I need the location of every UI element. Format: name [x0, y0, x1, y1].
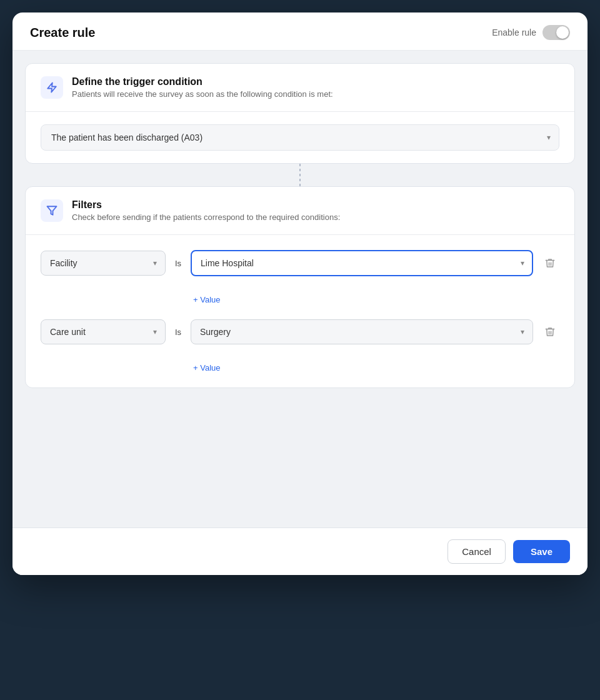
- care-unit-field-select[interactable]: Care unit Facility Department: [41, 319, 166, 344]
- save-button[interactable]: Save: [513, 540, 570, 563]
- filter-rows-container: Facility Care unit Department ▾ Is Lime …: [26, 235, 574, 388]
- trigger-icon-container: [41, 76, 63, 99]
- facility-value-wrapper: Lime Hospital City Medical Center Genera…: [191, 250, 533, 276]
- facility-value-select[interactable]: Lime Hospital City Medical Center Genera…: [191, 250, 533, 276]
- enable-rule-toggle[interactable]: [542, 25, 570, 40]
- facility-operator-label: Is: [173, 259, 183, 268]
- lightning-icon: [46, 82, 58, 93]
- connector-line-1: [12, 164, 588, 186]
- modal-body: Define the trigger condition Patients wi…: [12, 51, 588, 528]
- svg-marker-0: [48, 83, 56, 92]
- filters-section-header: Filters Check before sending if the pati…: [26, 187, 574, 235]
- cancel-button[interactable]: Cancel: [448, 539, 506, 564]
- trigger-section-content: The patient has been discharged (A03) Th…: [26, 112, 574, 163]
- filter-icon: [46, 205, 58, 216]
- filters-section-text: Filters Check before sending if the pati…: [72, 199, 340, 222]
- trash-icon-2: [544, 326, 556, 338]
- svg-marker-1: [48, 206, 57, 215]
- filters-section-card: Filters Check before sending if the pati…: [25, 186, 575, 388]
- trigger-section-header: Define the trigger condition Patients wi…: [26, 64, 574, 112]
- filter-icon-container: [41, 199, 63, 222]
- modal-header: Create rule Enable rule: [12, 12, 588, 51]
- facility-field-select[interactable]: Facility Care unit Department: [41, 251, 166, 276]
- care-unit-delete-button[interactable]: [541, 322, 559, 341]
- care-unit-value-select[interactable]: Surgery Cardiology Neurology: [191, 319, 533, 344]
- enable-rule-area: Enable rule: [492, 25, 570, 40]
- enable-rule-label: Enable rule: [492, 28, 536, 38]
- facility-field-wrapper: Facility Care unit Department ▾: [41, 251, 166, 276]
- trigger-section-subtitle: Patients will receive the survey as soon…: [72, 89, 333, 99]
- filters-section-title: Filters: [72, 199, 340, 211]
- trigger-section-card: Define the trigger condition Patients wi…: [25, 63, 575, 164]
- filters-section-subtitle: Check before sending if the patients cor…: [72, 212, 340, 222]
- create-rule-modal: Create rule Enable rule Define the trigg…: [12, 12, 588, 575]
- trigger-condition-dropdown-wrapper: The patient has been discharged (A03) Th…: [41, 124, 559, 151]
- trash-icon: [544, 258, 556, 269]
- toggle-knob: [556, 26, 569, 39]
- trigger-condition-select[interactable]: The patient has been discharged (A03) Th…: [41, 124, 559, 151]
- facility-add-value-button[interactable]: + Value: [193, 292, 221, 307]
- trigger-section-text: Define the trigger condition Patients wi…: [72, 76, 333, 99]
- care-unit-operator-label: Is: [173, 328, 183, 337]
- care-unit-add-value-button[interactable]: + Value: [193, 361, 221, 375]
- care-unit-value-wrapper: Surgery Cardiology Neurology ▾: [191, 319, 533, 344]
- facility-delete-button[interactable]: [541, 254, 559, 272]
- trigger-section-title: Define the trigger condition: [72, 76, 333, 88]
- care-unit-field-wrapper: Care unit Facility Department ▾: [41, 319, 166, 344]
- modal-title: Create rule: [30, 26, 96, 40]
- filter-row-facility: Facility Care unit Department ▾ Is Lime …: [41, 238, 559, 289]
- filter-row-care-unit: Care unit Facility Department ▾ Is Surge…: [41, 307, 559, 357]
- modal-footer: Cancel Save: [12, 528, 588, 575]
